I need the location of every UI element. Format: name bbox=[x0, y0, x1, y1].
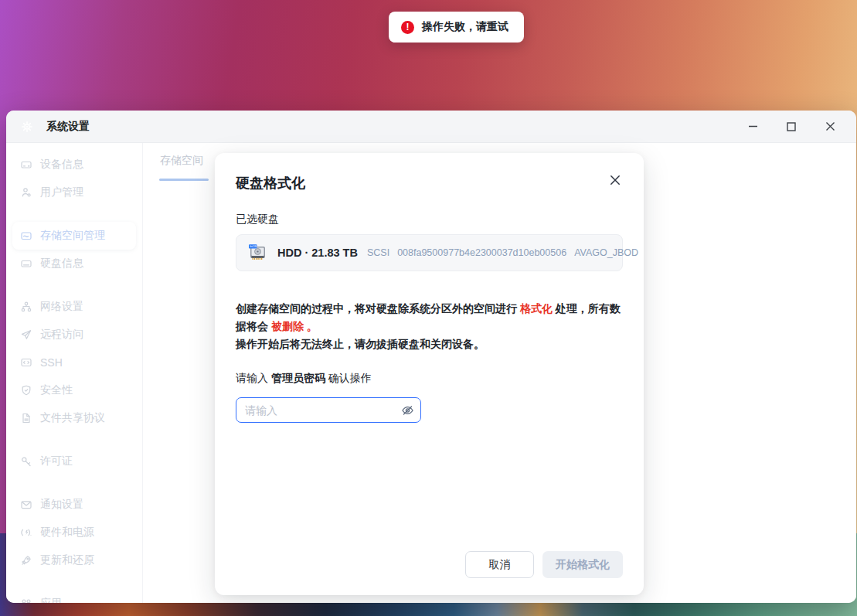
apps-icon bbox=[20, 597, 32, 603]
sidebar-item-power[interactable]: 硬件和电源 bbox=[12, 519, 136, 546]
update-icon bbox=[20, 554, 32, 567]
format-disk-modal: 硬盘格式化 已选硬盘 bbox=[215, 153, 644, 595]
sidebar-item-network[interactable]: 网络设置 bbox=[12, 293, 136, 321]
start-format-button[interactable]: 开始格式化 bbox=[542, 551, 623, 578]
warning-delete-red: 被删除 。 bbox=[271, 320, 318, 332]
sidebar-item-ssh[interactable]: SSH bbox=[12, 349, 136, 376]
users-icon bbox=[20, 186, 32, 199]
sidebar-item-disk[interactable]: 硬盘信息 bbox=[12, 250, 136, 277]
disk-bus: SCSI bbox=[367, 247, 389, 258]
notify-icon bbox=[20, 499, 32, 511]
password-prompt: 请输入 管理员密码 确认操作 bbox=[236, 372, 623, 386]
disk-icon bbox=[20, 257, 32, 270]
ssh-icon bbox=[20, 356, 32, 369]
remote-icon bbox=[20, 328, 32, 341]
disk-serial: 008fa9500977b4e2300037d10eb00506 bbox=[397, 247, 566, 258]
titlebar: 系统设置 bbox=[6, 111, 856, 143]
network-icon bbox=[20, 301, 32, 313]
desktop-wallpaper: ! 操作失败，请重试 系统设置 设备信息 bbox=[0, 0, 857, 616]
sidebar-item-remote[interactable]: 远程访问 bbox=[12, 321, 136, 349]
sidebar-item-notify[interactable]: 通知设置 bbox=[12, 491, 136, 519]
toast-message: 操作失败，请重试 bbox=[422, 20, 508, 34]
sidebar-item-license[interactable]: 许可证 bbox=[12, 448, 136, 475]
device-icon bbox=[20, 158, 32, 171]
disk-meta: SCSI 008fa9500977b4e2300037d10eb00506 AV… bbox=[367, 247, 638, 258]
sidebar-item-fileshare[interactable]: 文件共享协议 bbox=[12, 404, 136, 432]
fileshare-icon bbox=[20, 412, 32, 424]
error-icon: ! bbox=[401, 21, 414, 34]
disk-name: HDD · 21.83 TB bbox=[277, 247, 358, 259]
hdd-icon: fnOS bbox=[247, 243, 268, 263]
sidebar-item-device[interactable]: 设备信息 bbox=[12, 151, 136, 179]
maximize-icon[interactable] bbox=[785, 121, 797, 133]
sidebar-item-security[interactable]: 安全性 bbox=[12, 376, 136, 404]
error-toast: ! 操作失败，请重试 bbox=[389, 12, 524, 43]
disk-model: AVAGO_JBOD bbox=[574, 247, 638, 258]
license-icon bbox=[20, 455, 32, 468]
cancel-button[interactable]: 取消 bbox=[465, 551, 534, 578]
warning-format-red: 格式化 bbox=[520, 302, 553, 315]
storage-icon bbox=[20, 230, 32, 242]
modal-footer: 取消 开始格式化 bbox=[465, 551, 623, 578]
window-title: 系统设置 bbox=[46, 120, 90, 134]
close-window-icon[interactable] bbox=[824, 121, 836, 133]
selected-disk-label: 已选硬盘 bbox=[236, 213, 623, 226]
svg-text:fnOS: fnOS bbox=[250, 244, 257, 248]
window-body: 设备信息 用户管理 存储空间管理 硬盘信息 网络设置 远程访问 SSH 安全性 … bbox=[6, 143, 856, 603]
security-icon bbox=[20, 384, 32, 396]
sidebar-item-storage[interactable]: 存储空间管理 bbox=[12, 222, 136, 250]
sidebar-item-users[interactable]: 用户管理 bbox=[12, 179, 136, 206]
eye-off-icon[interactable] bbox=[401, 403, 414, 417]
password-field-wrap bbox=[236, 397, 421, 423]
active-tab-indicator bbox=[159, 179, 209, 181]
power-icon bbox=[20, 526, 32, 539]
sidebar-item-apps[interactable]: 应用 bbox=[12, 590, 136, 603]
modal-title: 硬盘格式化 bbox=[236, 174, 623, 192]
selected-disk-row: fnOS HDD · 21.83 TB SCSI 008fa9500977b4e… bbox=[236, 234, 623, 271]
admin-password-input[interactable] bbox=[236, 397, 421, 423]
settings-sidebar: 设备信息 用户管理 存储空间管理 硬盘信息 网络设置 远程访问 SSH 安全性 … bbox=[6, 143, 143, 603]
tab-storage-space[interactable]: 存储空间 bbox=[160, 154, 203, 168]
settings-app-icon bbox=[17, 117, 37, 137]
window-controls bbox=[746, 121, 845, 133]
format-warning-line2: 操作开始后将无法终止，请勿拔插硬盘和关闭设备。 bbox=[236, 335, 623, 353]
minimize-icon[interactable] bbox=[746, 121, 759, 133]
format-warning-text: 创建存储空间的过程中，将对硬盘除系统分区外的空间进行 格式化 处理，所有数据将会… bbox=[236, 300, 623, 353]
sidebar-item-update[interactable]: 更新和还原 bbox=[12, 546, 136, 574]
close-modal-icon[interactable] bbox=[607, 172, 624, 189]
system-settings-window: 系统设置 设备信息 用户管理 存储空间管理 硬盘信息 bbox=[6, 111, 856, 603]
